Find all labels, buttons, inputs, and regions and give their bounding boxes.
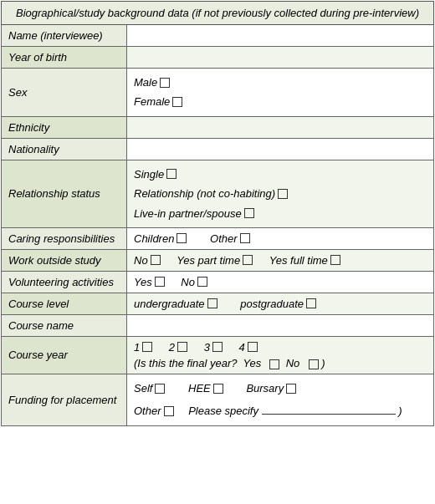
- level-postgrad-label: postgraduate: [240, 298, 304, 310]
- caring-children-checkbox[interactable]: [177, 233, 187, 243]
- level-postgrad-checkbox[interactable]: [306, 298, 316, 308]
- level-undergrad-label: undergraduate: [134, 298, 205, 310]
- year-4-label: 4: [239, 341, 245, 354]
- row-course-year: Course year 1 2 3 4: [2, 336, 434, 374]
- caring-children-item: Children: [134, 232, 187, 245]
- label-caring: Caring responsibilities: [2, 227, 127, 249]
- work-parttime-label: Yes part time: [177, 254, 240, 267]
- main-table: Biographical/study background data (if n…: [1, 1, 434, 426]
- row-course-name: Course name: [2, 314, 434, 336]
- sex-female-checkbox[interactable]: [172, 97, 182, 107]
- work-no-item: No: [134, 254, 161, 267]
- value-ethnicity: [127, 116, 434, 138]
- year-4-item: 4: [239, 341, 258, 354]
- level-undergrad-checkbox[interactable]: [207, 298, 218, 308]
- year-1-checkbox[interactable]: [142, 342, 152, 352]
- sex-female-label: Female: [134, 92, 170, 111]
- rel-single-line: Single: [134, 165, 427, 184]
- final-year-yes-checkbox[interactable]: [269, 359, 279, 369]
- value-sex: Male Female: [127, 69, 434, 117]
- value-year-of-birth: [127, 47, 434, 69]
- work-fulltime-label: Yes full time: [269, 254, 328, 267]
- funding-hee-label: HEE: [188, 379, 211, 398]
- caring-other-label: Other: [210, 232, 238, 245]
- course-year-numbers: 1 2 3 4: [134, 341, 427, 354]
- work-no-checkbox[interactable]: [151, 255, 161, 265]
- value-name: [127, 25, 434, 47]
- rel-single-item: Single: [134, 165, 177, 184]
- year-3-item: 3: [204, 341, 223, 354]
- row-sex: Sex Male Female: [2, 69, 434, 117]
- year-2-item: 2: [169, 341, 187, 354]
- funding-line1: Self HEE Bursary: [134, 379, 427, 398]
- year-3-label: 3: [204, 341, 210, 354]
- rel-single-label: Single: [134, 165, 164, 184]
- funding-self-checkbox[interactable]: [155, 384, 165, 394]
- row-ethnicity: Ethnicity: [2, 116, 434, 138]
- funding-hee-item: HEE: [188, 379, 223, 398]
- final-year-close: ): [321, 357, 325, 369]
- work-no-label: No: [134, 254, 148, 267]
- course-year-final: (Is this the final year? Yes No ): [134, 357, 427, 369]
- label-work: Work outside study: [2, 249, 127, 271]
- funding-specify-input[interactable]: [262, 403, 396, 415]
- caring-other-item: Other: [210, 232, 250, 245]
- funding-bursary-checkbox[interactable]: [286, 384, 296, 394]
- funding-self-item: Self: [134, 379, 165, 398]
- work-fulltime-checkbox[interactable]: [330, 255, 340, 265]
- rel-livein-checkbox[interactable]: [244, 208, 254, 218]
- rel-livein-label: Live-in partner/spouse: [134, 204, 242, 223]
- level-undergrad-item: undergraduate: [134, 298, 218, 310]
- label-funding: Funding for placement: [2, 374, 127, 425]
- funding-hee-checkbox[interactable]: [213, 384, 223, 394]
- rel-livein-item: Live-in partner/spouse: [134, 204, 254, 223]
- funding-other-label: Other: [134, 401, 161, 420]
- label-name: Name (interviewee): [2, 25, 127, 47]
- vol-yes-checkbox[interactable]: [155, 277, 165, 287]
- vol-yes-item: Yes: [134, 276, 165, 288]
- vol-no-checkbox[interactable]: [197, 277, 207, 287]
- level-postgrad-item: postgraduate: [240, 298, 316, 310]
- caring-other-checkbox[interactable]: [240, 233, 250, 243]
- label-ethnicity: Ethnicity: [2, 116, 127, 138]
- value-course-year: 1 2 3 4 (Is th: [127, 336, 434, 374]
- funding-self-label: Self: [134, 379, 152, 398]
- funding-other-checkbox[interactable]: [164, 406, 174, 416]
- sex-female-item: Female: [134, 92, 182, 111]
- value-course-level: undergraduate postgraduate: [127, 293, 434, 314]
- funding-bursary-item: Bursary: [246, 379, 296, 398]
- year-1-label: 1: [134, 341, 140, 354]
- value-caring: Children Other: [127, 227, 434, 249]
- sex-male-item: Male: [134, 73, 170, 92]
- year-3-checkbox[interactable]: [212, 342, 223, 352]
- work-parttime-checkbox[interactable]: [243, 255, 253, 265]
- final-year-no-text: No: [283, 357, 303, 369]
- rel-notcohabiting-label: Relationship (not co-habiting): [134, 184, 275, 203]
- year-2-checkbox[interactable]: [177, 342, 187, 352]
- final-year-no-checkbox[interactable]: [309, 359, 319, 369]
- row-work: Work outside study No Yes part time Yes …: [2, 249, 434, 271]
- year-1-item: 1: [134, 341, 152, 354]
- header-title: Biographical/study background data (if n…: [2, 2, 434, 25]
- year-2-label: 2: [169, 341, 175, 354]
- funding-other-item: Other: [134, 401, 174, 420]
- label-course-year: Course year: [2, 336, 127, 374]
- label-course-name: Course name: [2, 314, 127, 336]
- year-4-checkbox[interactable]: [248, 342, 258, 352]
- funding-specify-close: ): [398, 405, 402, 417]
- caring-children-label: Children: [134, 232, 174, 245]
- value-relationship: Single Relationship (not co-habiting) Li…: [127, 160, 434, 227]
- funding-specify-label: Please specify: [188, 405, 261, 417]
- rel-single-checkbox[interactable]: [166, 169, 177, 179]
- row-relationship: Relationship status Single Relationship …: [2, 160, 434, 227]
- funding-bursary-label: Bursary: [246, 379, 284, 398]
- label-sex: Sex: [2, 69, 127, 117]
- rel-notcohabiting-checkbox[interactable]: [278, 189, 288, 199]
- label-relationship: Relationship status: [2, 160, 127, 227]
- sex-male-checkbox[interactable]: [160, 78, 170, 88]
- label-nationality: Nationality: [2, 138, 127, 160]
- value-nationality: [127, 138, 434, 160]
- row-name: Name (interviewee): [2, 25, 434, 47]
- work-fulltime-item: Yes full time: [269, 254, 340, 267]
- label-volunteering: Volunteering activities: [2, 271, 127, 293]
